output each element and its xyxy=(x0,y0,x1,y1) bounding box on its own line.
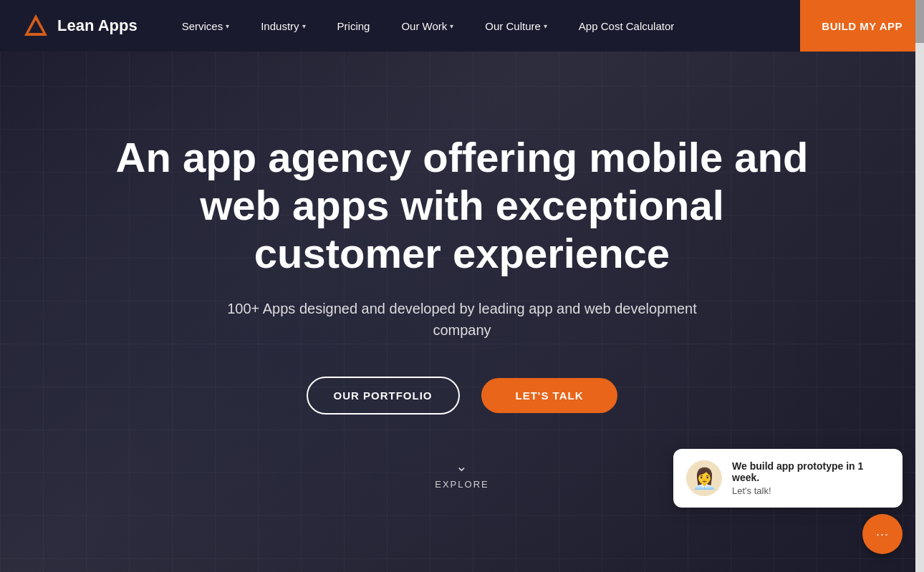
nav-item-our-work[interactable]: Our Work ▾ xyxy=(385,0,469,52)
chat-text: We build app prototype in 1 week. Let's … xyxy=(732,460,890,496)
scrollbar[interactable] xyxy=(915,0,924,572)
logo-link[interactable]: Lean Apps xyxy=(21,11,138,40)
avatar-emoji: 👩‍💼 xyxy=(692,467,717,490)
nav-item-pricing[interactable]: Pricing xyxy=(322,0,386,52)
chevron-down-icon: ▾ xyxy=(226,22,229,30)
logo-text: Lean Apps xyxy=(57,16,138,35)
chat-subtext: Let's talk! xyxy=(732,485,890,496)
chevron-down-icon: ▾ xyxy=(302,22,306,30)
chevron-down-icon: ⌄ xyxy=(456,457,468,475)
hero-buttons: OUR PORTFOLIO LET'S TALK xyxy=(307,377,618,415)
hero-title: An app agency offering mobile and web ap… xyxy=(104,134,820,277)
logo-icon xyxy=(21,11,50,40)
nav-item-services[interactable]: Services ▾ xyxy=(166,0,246,52)
chat-popup[interactable]: 👩‍💼 We build app prototype in 1 week. Le… xyxy=(673,449,903,508)
chevron-down-icon: ▾ xyxy=(450,22,453,30)
navbar: Lean Apps Services ▾ Industry ▾ Pricing … xyxy=(0,0,924,52)
nav-item-our-culture[interactable]: Our Culture ▾ xyxy=(469,0,563,52)
chat-button[interactable]: ··· xyxy=(862,514,903,554)
nav-item-industry[interactable]: Industry ▾ xyxy=(245,0,321,52)
chat-headline: We build app prototype in 1 week. xyxy=(732,460,890,483)
our-portfolio-button[interactable]: OUR PORTFOLIO xyxy=(307,377,460,415)
hero-content: An app agency offering mobile and web ap… xyxy=(104,134,820,489)
nav-links: Services ▾ Industry ▾ Pricing Our Work ▾… xyxy=(166,0,801,52)
chat-avatar: 👩‍💼 xyxy=(686,460,722,496)
scrollbar-thumb[interactable] xyxy=(915,0,924,43)
build-my-app-button[interactable]: BUILD MY APP xyxy=(800,0,924,52)
explore-label: EXPLORE xyxy=(435,479,489,490)
lets-talk-button[interactable]: LET'S TALK xyxy=(481,378,618,413)
chat-icon: ··· xyxy=(876,527,889,542)
chevron-down-icon: ▾ xyxy=(544,22,547,30)
explore-section[interactable]: ⌄ EXPLORE xyxy=(435,457,489,490)
hero-subtitle: 100+ Apps designed and developed by lead… xyxy=(211,298,713,341)
nav-item-app-cost-calculator[interactable]: App Cost Calculator xyxy=(563,0,690,52)
